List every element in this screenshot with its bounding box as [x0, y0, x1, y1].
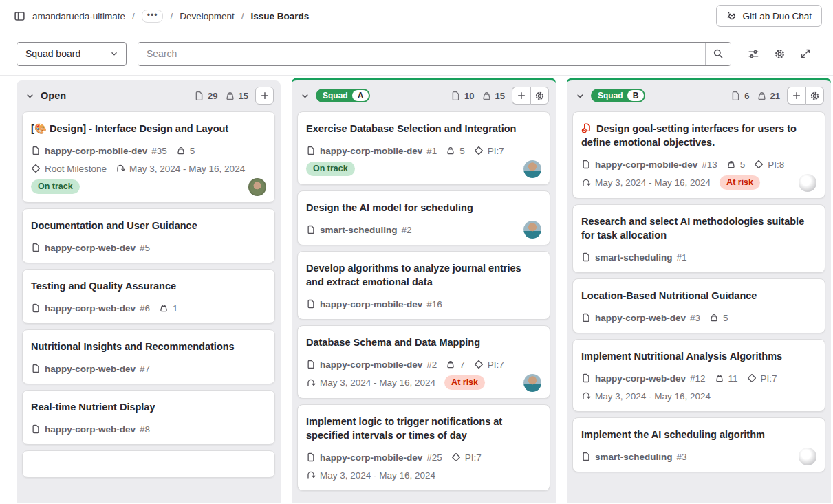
- weight-icon: [709, 313, 719, 322]
- filter-sliders-icon: [748, 48, 759, 60]
- issue-card[interactable]: Documentation and User Guidance happy-co…: [22, 208, 275, 263]
- issue-icon: [731, 91, 741, 101]
- breadcrumb-group[interactable]: Development: [180, 11, 235, 21]
- breadcrumb-separator: /: [170, 11, 173, 21]
- issue-card[interactable]: Implement Nutritional Analysis Algorithm…: [572, 339, 825, 412]
- avatar[interactable]: [523, 374, 541, 392]
- weight-icon: [446, 360, 455, 369]
- duo-chat-button[interactable]: GitLab Duo Chat: [716, 5, 822, 27]
- issue-reference: happy-corp-mobile-dev #16: [306, 299, 442, 309]
- collapse-chevron-icon[interactable]: [300, 91, 310, 101]
- issue-milestone: PI:7: [474, 360, 504, 370]
- issue-card[interactable]: Research and select AI methodologies sui…: [572, 204, 825, 273]
- column-card-list: [🎨 Design] - Interface Design and Layout…: [17, 110, 281, 503]
- issue-card[interactable]: Location-Based Nutritional Guidance happ…: [572, 278, 825, 333]
- breadcrumb: amandarueda-ultimate / ••• / Development…: [14, 10, 309, 23]
- issue-title[interactable]: Location-Based Nutritional Guidance: [581, 289, 816, 303]
- add-issue-button[interactable]: [512, 87, 530, 105]
- issue-title[interactable]: Nutritional Insights and Recommendations: [31, 340, 266, 353]
- milestone-icon: [747, 373, 757, 383]
- column-weight-count: 15: [482, 91, 505, 101]
- collapse-chevron-icon[interactable]: [575, 91, 585, 101]
- issue-title[interactable]: Real-time Nutrient Display: [31, 400, 266, 414]
- breadcrumb-ellipsis-button[interactable]: •••: [142, 10, 164, 23]
- column-issue-count: 6: [731, 91, 749, 101]
- issue-icon: [306, 360, 316, 369]
- issue-title[interactable]: [🎨 Design] - Interface Design and Layout: [31, 122, 266, 135]
- board-settings-gear-button[interactable]: [768, 43, 790, 65]
- board-switcher-value: Squad board: [25, 48, 80, 59]
- weight-icon: [159, 303, 169, 313]
- avatar[interactable]: [799, 448, 816, 465]
- add-issue-button[interactable]: [255, 87, 274, 105]
- issue-reference: smart-scheduling #3: [581, 452, 687, 462]
- search-button[interactable]: [705, 43, 731, 65]
- search-icon: [713, 48, 724, 59]
- gear-icon: [534, 91, 545, 101]
- column-header: Open 29 15: [17, 80, 281, 110]
- status-badge[interactable]: On track: [31, 179, 80, 194]
- issue-title[interactable]: Design the AI model for scheduling: [306, 201, 541, 215]
- search-input[interactable]: [138, 43, 705, 65]
- issue-title[interactable]: Database Schema and Data Mapping: [306, 336, 541, 349]
- iteration-icon: [306, 378, 316, 388]
- blocked-icon: [581, 123, 592, 133]
- status-badge[interactable]: On track: [306, 162, 355, 176]
- issue-card[interactable]: Develop algorithms to analyze journal en…: [297, 251, 550, 320]
- issue-card[interactable]: Design goal-setting interfaces for users…: [572, 111, 825, 199]
- collapse-chevron-icon[interactable]: [25, 91, 35, 101]
- issue-card[interactable]: Database Schema and Data Mapping happy-c…: [297, 325, 550, 399]
- scoped-label-squad-a[interactable]: Squad A: [316, 89, 370, 102]
- column-issue-count: 29: [194, 91, 217, 101]
- issue-title[interactable]: Documentation and User Guidance: [31, 219, 266, 232]
- issue-card[interactable]: Nutritional Insights and Recommendations…: [22, 329, 275, 384]
- milestone-icon: [474, 146, 484, 155]
- avatar[interactable]: [248, 178, 266, 196]
- column-settings-gear-button[interactable]: [805, 87, 824, 105]
- issue-reference: happy-corp-web-dev #12: [581, 373, 706, 384]
- issue-milestone: PI:7: [747, 373, 777, 384]
- issue-title[interactable]: Research and select AI methodologies sui…: [581, 215, 816, 242]
- issue-title[interactable]: Implement Nutritional Analysis Algorithm…: [581, 349, 816, 363]
- issue-title[interactable]: Implement logic to trigger notifications…: [306, 415, 541, 442]
- issue-icon: [306, 146, 316, 155]
- status-badge[interactable]: At risk: [720, 175, 760, 190]
- scoped-label-squad-b[interactable]: Squad B: [591, 89, 645, 102]
- issue-reference: smart-scheduling #2: [306, 225, 412, 235]
- issue-weight: 11: [715, 373, 738, 384]
- issue-card[interactable]: Testing and Quality Assurance happy-corp…: [22, 269, 275, 324]
- issue-iteration: May 3, 2024 - May 16, 2024: [116, 164, 245, 174]
- column-issue-count: 10: [451, 91, 474, 101]
- maximize-button[interactable]: [794, 43, 816, 65]
- issue-iteration: May 3, 2024 - May 16, 2024: [581, 177, 711, 188]
- issue-card[interactable]: Design the AI model for scheduling smart…: [297, 190, 550, 245]
- issue-title[interactable]: Design goal-setting interfaces for users…: [581, 122, 816, 149]
- issue-title[interactable]: Implement the AI scheduling algorithm: [581, 428, 816, 441]
- issue-card[interactable]: Implement logic to trigger notifications…: [297, 404, 550, 491]
- status-badge[interactable]: At risk: [444, 375, 485, 390]
- avatar[interactable]: [523, 221, 541, 239]
- add-issue-button[interactable]: [787, 87, 805, 105]
- issue-card[interactable]: Real-time Nutrient Display happy-corp-we…: [22, 390, 275, 445]
- issue-title[interactable]: Testing and Quality Assurance: [31, 279, 266, 293]
- board-switcher-select[interactable]: Squad board: [17, 42, 127, 66]
- column-weight-count: 15: [225, 91, 248, 101]
- issue-card[interactable]: [🎨 Design] - Interface Design and Layout…: [22, 111, 275, 203]
- breadcrumb-project[interactable]: amandarueda-ultimate: [32, 11, 125, 21]
- column-settings-gear-button[interactable]: [530, 87, 549, 105]
- avatar[interactable]: [799, 174, 816, 192]
- sidebar-toggle-icon[interactable]: [14, 10, 25, 22]
- issue-card[interactable]: Exercise Database Selection and Integrat…: [297, 111, 550, 185]
- issue-title[interactable]: Exercise Database Selection and Integrat…: [306, 122, 541, 135]
- issue-card[interactable]: Implement the AI scheduling algorithm sm…: [572, 417, 825, 472]
- weight-icon: [176, 146, 186, 155]
- issue-icon: [581, 313, 591, 322]
- issue-title[interactable]: Develop algorithms to analyze journal en…: [306, 261, 541, 289]
- column-weight-count: 21: [757, 91, 780, 101]
- filter-sliders-button[interactable]: [742, 43, 764, 65]
- avatar[interactable]: [523, 160, 541, 178]
- issue-reference: smart-scheduling #1: [581, 252, 687, 263]
- issue-card-partial[interactable]: [22, 450, 275, 478]
- milestone-icon: [754, 160, 764, 169]
- issue-icon: [581, 452, 591, 461]
